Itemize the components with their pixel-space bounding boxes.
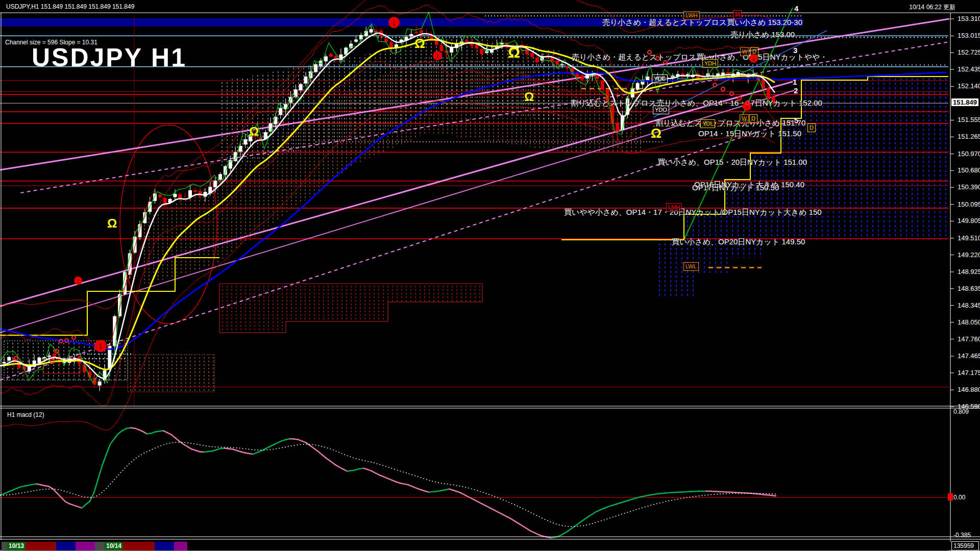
- sell-signal-icon: ↓: [749, 54, 758, 63]
- level-tag-d: D: [749, 114, 757, 123]
- line-number-label: 1: [793, 78, 797, 86]
- sell-signal-icon: ↓: [433, 51, 442, 60]
- alert-ring-icon: [663, 60, 668, 65]
- session-segment: [155, 542, 174, 550]
- symbol-info: USDJPY,H1 151.849 151.849 151.849 151.84…: [6, 3, 134, 10]
- alert-ring-icon: [721, 87, 725, 91]
- alert-ring-icon: [50, 359, 55, 363]
- chart-canvas: [0, 0, 980, 551]
- price-axis-label: 148.050: [958, 318, 980, 326]
- alert-ring-icon: [59, 339, 63, 343]
- current-price-label: 151.849: [951, 98, 978, 106]
- level-tag-w: W: [740, 47, 749, 56]
- sell-signal-icon: ↓: [74, 277, 82, 285]
- level-tag-ydo: YDO: [653, 106, 669, 114]
- price-axis-label: 147.465: [958, 352, 980, 360]
- buy-signal-icon: Ω: [107, 217, 117, 230]
- trade-annotation: 売り小さめ・超えるとストップロス買い小さめ、OP15日NYカットやや・: [572, 53, 827, 62]
- macd-panel-label: H1 macd (12): [7, 411, 44, 418]
- level-tag-ydl: YDL: [700, 119, 715, 128]
- buy-signal-icon: Ω: [414, 37, 425, 50]
- trade-annotation: 売り小さめ・超えるとストップロス買い小さめ 153.20-30: [602, 18, 802, 28]
- alert-ring-icon: [55, 349, 59, 354]
- price-axis-label: 152.140: [958, 82, 980, 90]
- buy-signal-icon: Ω: [524, 91, 534, 103]
- macd-axis-label: -0.385: [953, 532, 971, 539]
- date-label: 10/14: [105, 542, 123, 550]
- price-axis-label: 153.310: [958, 15, 980, 22]
- trade-annotation: 売り小さめ 153.00: [730, 30, 795, 40]
- level-tag-lwl: LWL: [683, 262, 699, 271]
- line-number-label: 5: [794, 116, 798, 124]
- price-axis-label: 152.435: [958, 65, 980, 73]
- price-axis-label: 150.970: [958, 150, 980, 158]
- line-number-label: 4: [794, 4, 798, 13]
- level-tag-lmh: LMH: [666, 203, 682, 212]
- watermark-title: USDJPY H1: [32, 43, 187, 72]
- session-segment: [76, 542, 95, 550]
- price-axis-label: 152.725: [958, 48, 980, 56]
- alert-ring-icon: [14, 356, 18, 361]
- line-number-label: 2: [794, 86, 798, 95]
- session-segment: [23, 542, 56, 550]
- trade-annotation: 買い小さめ、OP15・20日NYカット 151.00: [657, 158, 807, 167]
- price-axis-label: 151.555: [958, 116, 980, 123]
- channel-info-label: Channel size = 596 Slope = 10.31: [5, 39, 97, 46]
- trade-annotation: OP17日NYカット 150.50: [692, 183, 779, 193]
- session-segment: [121, 542, 155, 550]
- session-segment: [187, 542, 948, 550]
- price-axis-label: 151.265: [958, 133, 980, 140]
- level-tag-d: D: [807, 123, 816, 132]
- alert-ring-icon: [655, 56, 660, 61]
- level-tag-m: M: [733, 10, 742, 19]
- alert-ring-icon: [745, 101, 750, 105]
- trade-annotation: OP14・15日NYカット 151.50: [698, 129, 801, 139]
- trading-app-window: USDJPY,H1 151.849 151.849 151.849 151.84…: [0, 0, 980, 551]
- date-label: 10/13: [7, 542, 26, 550]
- macd-axis-label: 0.00: [953, 494, 965, 501]
- price-axis-label: 150.095: [958, 201, 980, 208]
- price-axis-label: 147.175: [958, 369, 980, 377]
- trade-annotation: 買い小さめ、OP20日NYカット 149.50: [672, 237, 805, 247]
- price-axis-label: 148.635: [958, 285, 980, 292]
- price-axis-label: 147.760: [958, 335, 980, 343]
- alert-ring-icon: [713, 83, 717, 87]
- alert-ring-icon: [737, 96, 742, 101]
- alert-ring-icon: [729, 91, 734, 96]
- trade-annotation: 割り込むとストップロス売り小さめ、OP14・16・17日NYカット 152.00: [571, 98, 822, 108]
- price-axis-label: 153.015: [958, 32, 980, 39]
- alert-ring-icon: [647, 50, 652, 55]
- price-axis-label: 150.680: [958, 166, 980, 174]
- macd-zero-tick: [948, 493, 953, 500]
- update-timestamp: 10/14 06:22 更新: [909, 3, 955, 12]
- price-axis-label: 148.345: [958, 302, 980, 309]
- trade-annotation: 割り込むとストップロス売り小さめ 151.70: [655, 118, 805, 128]
- price-axis-label: 149.510: [958, 234, 980, 242]
- price-axis-label: 150.390: [958, 183, 980, 191]
- sell-signal-icon: ↓: [94, 340, 107, 352]
- price-axis-label: 149.220: [958, 251, 980, 259]
- price-axis-label: 148.925: [958, 268, 980, 276]
- level-tag-lwh: LWH: [683, 11, 700, 20]
- alert-ring-icon: [71, 335, 76, 340]
- line-number-label: 3: [793, 46, 797, 55]
- price-axis-label: 146.880: [958, 386, 980, 393]
- price-axis-label: 149.805: [958, 217, 980, 224]
- sell-signal-icon: ↓: [388, 17, 400, 28]
- level-tag-w: W: [740, 114, 749, 123]
- level-tag-ydh: YDH: [702, 59, 718, 68]
- session-segment: [174, 542, 187, 550]
- trade-annotation: 買いやや小さめ、OP14・17・20日NYカット/OP15日NYカット大きめ 1…: [564, 208, 822, 217]
- time-counter-box: 135959: [951, 541, 979, 550]
- macd-axis-label: 0.809: [953, 408, 969, 415]
- buy-signal-icon: Ω: [508, 45, 520, 60]
- alert-ring-icon: [64, 338, 69, 343]
- buy-signal-icon: Ω: [651, 127, 662, 140]
- level-tag-ydc: YDC: [652, 74, 668, 83]
- buy-signal-icon: Ω: [249, 126, 259, 138]
- session-segment: [56, 542, 76, 550]
